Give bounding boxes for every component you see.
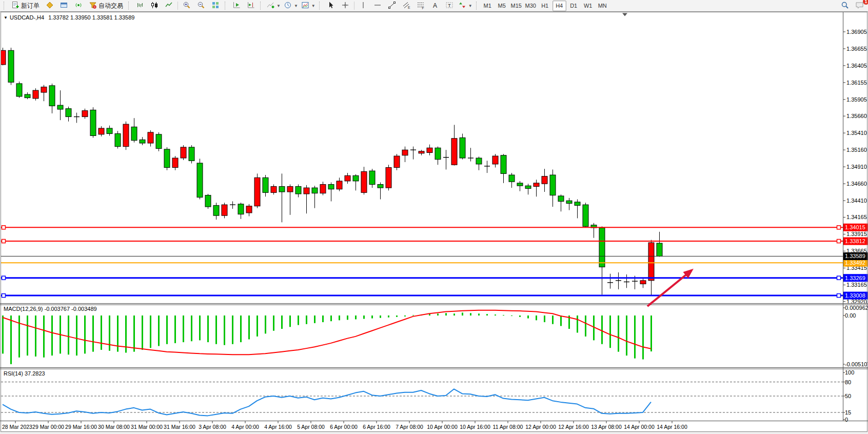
macd-histogram-bar (429, 314, 430, 315)
candle (599, 228, 605, 267)
price-badge[interactable]: 1.33812 (843, 238, 868, 245)
macd-histogram-bar (544, 315, 545, 322)
price-tick-label: 1.35660 (846, 113, 867, 119)
toolbar-grip[interactable] (319, 2, 322, 10)
indicators-button[interactable]: ▼ (265, 0, 282, 11)
time-label: 11 Apr 08:00 (493, 424, 523, 430)
templates-button[interactable]: ▼ (300, 0, 317, 11)
line-handle[interactable] (837, 294, 841, 298)
macd-histogram-bar (10, 315, 12, 364)
candle (140, 140, 145, 143)
tile-windows-icon (211, 1, 220, 11)
toolbar-grip[interactable] (128, 2, 131, 10)
price-badge[interactable]: 1.33008 (843, 292, 868, 300)
zoom-out-button[interactable] (194, 0, 208, 11)
horizontal-line-button[interactable] (370, 0, 385, 11)
price-badge[interactable]: 1.33589 (843, 252, 868, 260)
macd-histogram-bar (101, 315, 102, 350)
svg-text:-0.005107: -0.005107 (845, 361, 868, 367)
auto-trading-button[interactable]: 自动交易 (86, 0, 126, 11)
toolbar-grip[interactable] (4, 2, 6, 10)
macd-histogram-bar (478, 313, 480, 315)
candle (246, 206, 252, 213)
timeframe-W1[interactable]: W1 (581, 1, 595, 11)
text-button[interactable]: A (428, 0, 442, 11)
macd-histogram-bar (330, 315, 332, 321)
macd-histogram-bar (355, 315, 357, 319)
chat-button[interactable]: 1 (852, 0, 866, 11)
timeframe-M30[interactable]: M30 (524, 1, 538, 11)
search-icon (841, 1, 849, 11)
price-badge[interactable]: 1.33492 (843, 259, 868, 267)
candlestick-button[interactable] (147, 0, 162, 11)
signal-button[interactable] (71, 0, 86, 11)
time-label: 14 Apr 00:00 (624, 424, 655, 430)
channel-button[interactable]: E (399, 0, 413, 11)
arrows-button[interactable]: ▼ (457, 0, 474, 11)
chart-shift-button[interactable] (244, 0, 258, 11)
candle (369, 171, 375, 184)
chart-title-row: ▼USDCAD-,H41.33782 1.33950 1.33581 1.335… (4, 14, 134, 21)
chart-window-button[interactable] (57, 0, 71, 11)
chart-ohlc-values: 1.33782 1.33950 1.33581 1.33589 (48, 14, 134, 21)
candle (164, 149, 170, 168)
zoom-in-button[interactable] (180, 0, 194, 11)
macd-histogram-bar (470, 313, 471, 315)
trendline-button[interactable] (385, 0, 399, 11)
candle (115, 134, 121, 147)
toolbar-grip[interactable] (225, 2, 227, 10)
timeframe-M1[interactable]: M1 (481, 1, 495, 11)
mt4-window: 新订单 自动交易 ▼ ▼ ▼ E F A T (0, 0, 868, 434)
time-label: 14 Apr 16:00 (657, 424, 687, 430)
line-handle[interactable] (2, 240, 6, 243)
chevron-down-icon: ▼ (294, 4, 298, 8)
new-order-button[interactable]: 新订单 (8, 0, 43, 11)
macd-histogram-bar (248, 315, 250, 339)
fibonacci-icon: F (417, 1, 425, 11)
timeframe-D1[interactable]: D1 (567, 1, 581, 11)
timeframe-MN[interactable]: MN (596, 1, 609, 11)
vertical-line-button[interactable] (356, 0, 370, 11)
market-watch-button[interactable] (43, 0, 57, 11)
search-button[interactable] (838, 0, 852, 11)
candle (575, 202, 580, 206)
candle (25, 94, 30, 98)
timeframe-H4[interactable]: H4 (553, 1, 566, 11)
timeframe-M5[interactable]: M5 (495, 1, 509, 11)
timeframe-toolbar: M1M5M15M30H1H4D1W1MN (481, 1, 609, 11)
line-handle[interactable] (837, 240, 841, 243)
price-badge[interactable]: 1.34015 (843, 224, 868, 231)
candle (460, 137, 465, 158)
line-handle[interactable] (2, 276, 6, 280)
macd-histogram-bar (133, 315, 135, 352)
fibonacci-button[interactable]: F (413, 0, 428, 11)
candle (156, 134, 162, 149)
line-handle[interactable] (2, 226, 6, 229)
tile-windows-button[interactable] (208, 0, 223, 11)
candle (640, 281, 646, 284)
line-handle[interactable] (837, 226, 841, 229)
timeframe-H1[interactable]: H1 (538, 1, 552, 11)
crosshair-button[interactable] (338, 0, 352, 11)
macd-histogram-bar (593, 315, 595, 340)
auto-scroll-button[interactable] (229, 0, 244, 11)
market-watch-icon (46, 1, 54, 11)
cursor-button[interactable] (324, 0, 338, 11)
text-icon: A (431, 1, 439, 11)
macd-histogram-bar (314, 315, 315, 323)
toolbar-grip[interactable] (260, 2, 263, 10)
line-handle[interactable] (837, 276, 841, 280)
macd-histogram-bar (232, 315, 233, 344)
label-button[interactable]: T (442, 0, 457, 11)
notification-badge: 1 (863, 0, 868, 5)
line-chart-button[interactable] (162, 0, 176, 11)
symbol-dropdown-icon[interactable]: ▼ (4, 15, 8, 20)
candle (328, 184, 334, 189)
periods-button[interactable]: ▼ (282, 0, 300, 11)
bar-chart-button[interactable] (133, 0, 147, 11)
timeframe-M15[interactable]: M15 (509, 1, 523, 11)
line-handle[interactable] (2, 294, 6, 298)
candle (98, 128, 104, 134)
price-badge[interactable]: 1.33269 (843, 274, 868, 282)
toolbar-grip[interactable] (476, 2, 479, 10)
